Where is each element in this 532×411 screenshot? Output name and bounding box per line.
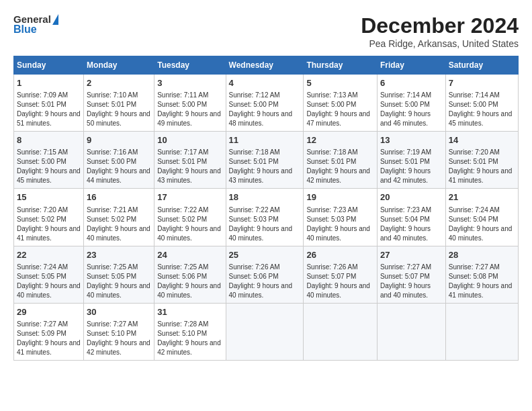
cell-info: Sunrise: 7:25 AMSunset: 5:06 PMDaylight:… (157, 263, 221, 299)
day-number: 6 (380, 77, 443, 89)
day-number: 19 (306, 191, 374, 203)
cell-info: Sunrise: 7:27 AMSunset: 5:09 PMDaylight:… (17, 320, 81, 356)
cell-info: Sunrise: 7:22 AMSunset: 5:02 PMDaylight:… (157, 206, 221, 242)
calendar-cell: 13Sunrise: 7:19 AMSunset: 5:01 PMDayligh… (377, 132, 445, 189)
cell-info: Sunrise: 7:13 AMSunset: 5:00 PMDaylight:… (306, 91, 370, 127)
cell-info: Sunrise: 7:18 AMSunset: 5:01 PMDaylight:… (229, 148, 293, 184)
cell-info: Sunrise: 7:22 AMSunset: 5:03 PMDaylight:… (229, 206, 293, 242)
cell-info: Sunrise: 7:18 AMSunset: 5:01 PMDaylight:… (306, 148, 370, 184)
calendar-cell: 28Sunrise: 7:27 AMSunset: 5:08 PMDayligh… (445, 246, 518, 303)
calendar-cell: 30Sunrise: 7:27 AMSunset: 5:10 PMDayligh… (84, 303, 154, 360)
day-number: 14 (449, 134, 515, 146)
day-number: 3 (157, 77, 222, 89)
calendar-cell (304, 303, 378, 360)
page-header: General Blue December 2024 Pea Ridge, Ar… (13, 13, 519, 49)
day-number: 16 (87, 191, 151, 203)
cell-info: Sunrise: 7:20 AMSunset: 5:02 PMDaylight:… (17, 206, 81, 242)
day-of-week-header: Sunday (14, 56, 84, 75)
day-number: 26 (306, 249, 374, 261)
calendar-cell: 26Sunrise: 7:26 AMSunset: 5:07 PMDayligh… (304, 246, 378, 303)
calendar-cell: 23Sunrise: 7:25 AMSunset: 5:05 PMDayligh… (84, 246, 154, 303)
calendar-cell: 27Sunrise: 7:27 AMSunset: 5:07 PMDayligh… (377, 246, 445, 303)
cell-info: Sunrise: 7:26 AMSunset: 5:06 PMDaylight:… (229, 263, 293, 299)
cell-info: Sunrise: 7:23 AMSunset: 5:04 PMDaylight:… (380, 206, 431, 242)
day-number: 13 (380, 134, 443, 146)
day-number: 8 (17, 134, 81, 146)
calendar-cell: 21Sunrise: 7:24 AMSunset: 5:04 PMDayligh… (445, 189, 518, 246)
calendar-cell: 2Sunrise: 7:10 AMSunset: 5:01 PMDaylight… (84, 75, 154, 132)
day-number: 5 (306, 77, 374, 89)
cell-info: Sunrise: 7:14 AMSunset: 5:00 PMDaylight:… (449, 91, 513, 127)
calendar-cell: 7Sunrise: 7:14 AMSunset: 5:00 PMDaylight… (445, 75, 518, 132)
page-subtitle: Pea Ridge, Arkansas, United States (361, 38, 519, 49)
cell-info: Sunrise: 7:25 AMSunset: 5:05 PMDaylight:… (87, 263, 150, 299)
calendar-table: SundayMondayTuesdayWednesdayThursdayFrid… (13, 56, 519, 361)
day-number: 4 (229, 77, 301, 89)
calendar-cell: 29Sunrise: 7:27 AMSunset: 5:09 PMDayligh… (14, 303, 84, 360)
calendar-cell (377, 303, 445, 360)
cell-info: Sunrise: 7:10 AMSunset: 5:01 PMDaylight:… (87, 91, 150, 127)
calendar-cell (226, 303, 304, 360)
cell-info: Sunrise: 7:28 AMSunset: 5:10 PMDaylight:… (157, 320, 221, 356)
calendar-cell: 20Sunrise: 7:23 AMSunset: 5:04 PMDayligh… (377, 189, 445, 246)
day-of-week-header: Monday (84, 56, 154, 75)
cell-info: Sunrise: 7:19 AMSunset: 5:01 PMDaylight:… (380, 148, 431, 184)
cell-info: Sunrise: 7:24 AMSunset: 5:05 PMDaylight:… (17, 263, 81, 299)
cell-info: Sunrise: 7:11 AMSunset: 5:00 PMDaylight:… (157, 91, 221, 127)
calendar-cell: 17Sunrise: 7:22 AMSunset: 5:02 PMDayligh… (154, 189, 226, 246)
day-number: 12 (306, 134, 374, 146)
day-of-week-header: Friday (377, 56, 445, 75)
cell-info: Sunrise: 7:27 AMSunset: 5:08 PMDaylight:… (449, 263, 513, 299)
calendar-cell: 3Sunrise: 7:11 AMSunset: 5:00 PMDaylight… (154, 75, 226, 132)
day-number: 17 (157, 191, 222, 203)
calendar-cell: 14Sunrise: 7:20 AMSunset: 5:01 PMDayligh… (445, 132, 518, 189)
day-number: 9 (87, 134, 151, 146)
cell-info: Sunrise: 7:12 AMSunset: 5:00 PMDaylight:… (229, 91, 293, 127)
day-number: 15 (17, 191, 81, 203)
day-number: 28 (449, 249, 515, 261)
calendar-cell: 24Sunrise: 7:25 AMSunset: 5:06 PMDayligh… (154, 246, 226, 303)
calendar-cell: 5Sunrise: 7:13 AMSunset: 5:00 PMDaylight… (304, 75, 378, 132)
day-number: 25 (229, 249, 301, 261)
calendar-cell: 8Sunrise: 7:15 AMSunset: 5:00 PMDaylight… (14, 132, 84, 189)
calendar-cell: 11Sunrise: 7:18 AMSunset: 5:01 PMDayligh… (226, 132, 304, 189)
cell-info: Sunrise: 7:21 AMSunset: 5:02 PMDaylight:… (87, 206, 150, 242)
calendar-cell: 1Sunrise: 7:09 AMSunset: 5:01 PMDaylight… (14, 75, 84, 132)
calendar-cell: 6Sunrise: 7:14 AMSunset: 5:00 PMDaylight… (377, 75, 445, 132)
calendar-cell: 19Sunrise: 7:23 AMSunset: 5:03 PMDayligh… (304, 189, 378, 246)
day-number: 20 (380, 191, 443, 203)
day-number: 24 (157, 249, 222, 261)
calendar-cell: 4Sunrise: 7:12 AMSunset: 5:00 PMDaylight… (226, 75, 304, 132)
day-of-week-header: Saturday (445, 56, 518, 75)
cell-info: Sunrise: 7:15 AMSunset: 5:00 PMDaylight:… (17, 148, 81, 184)
day-number: 23 (87, 249, 151, 261)
day-number: 11 (229, 134, 301, 146)
cell-info: Sunrise: 7:23 AMSunset: 5:03 PMDaylight:… (306, 206, 370, 242)
day-number: 1 (17, 77, 81, 89)
day-number: 2 (87, 77, 151, 89)
cell-info: Sunrise: 7:20 AMSunset: 5:01 PMDaylight:… (449, 148, 513, 184)
day-number: 30 (87, 306, 151, 318)
cell-info: Sunrise: 7:27 AMSunset: 5:07 PMDaylight:… (380, 263, 431, 299)
day-number: 31 (157, 306, 222, 318)
cell-info: Sunrise: 7:26 AMSunset: 5:07 PMDaylight:… (306, 263, 370, 299)
day-of-week-header: Tuesday (154, 56, 226, 75)
day-number: 29 (17, 306, 81, 318)
day-number: 18 (229, 191, 301, 203)
title-block: December 2024 Pea Ridge, Arkansas, Unite… (361, 13, 519, 49)
calendar-cell (445, 303, 518, 360)
day-of-week-header: Thursday (304, 56, 378, 75)
calendar-cell: 12Sunrise: 7:18 AMSunset: 5:01 PMDayligh… (304, 132, 378, 189)
day-of-week-header: Wednesday (226, 56, 304, 75)
cell-info: Sunrise: 7:09 AMSunset: 5:01 PMDaylight:… (17, 91, 81, 127)
calendar-cell: 16Sunrise: 7:21 AMSunset: 5:02 PMDayligh… (84, 189, 154, 246)
calendar-cell: 9Sunrise: 7:16 AMSunset: 5:00 PMDaylight… (84, 132, 154, 189)
day-number: 27 (380, 249, 443, 261)
calendar-cell: 15Sunrise: 7:20 AMSunset: 5:02 PMDayligh… (14, 189, 84, 246)
day-number: 10 (157, 134, 222, 146)
cell-info: Sunrise: 7:14 AMSunset: 5:00 PMDaylight:… (380, 91, 431, 127)
logo: General Blue (13, 13, 58, 36)
calendar-cell: 25Sunrise: 7:26 AMSunset: 5:06 PMDayligh… (226, 246, 304, 303)
cell-info: Sunrise: 7:27 AMSunset: 5:10 PMDaylight:… (87, 320, 150, 356)
cell-info: Sunrise: 7:16 AMSunset: 5:00 PMDaylight:… (87, 148, 150, 184)
